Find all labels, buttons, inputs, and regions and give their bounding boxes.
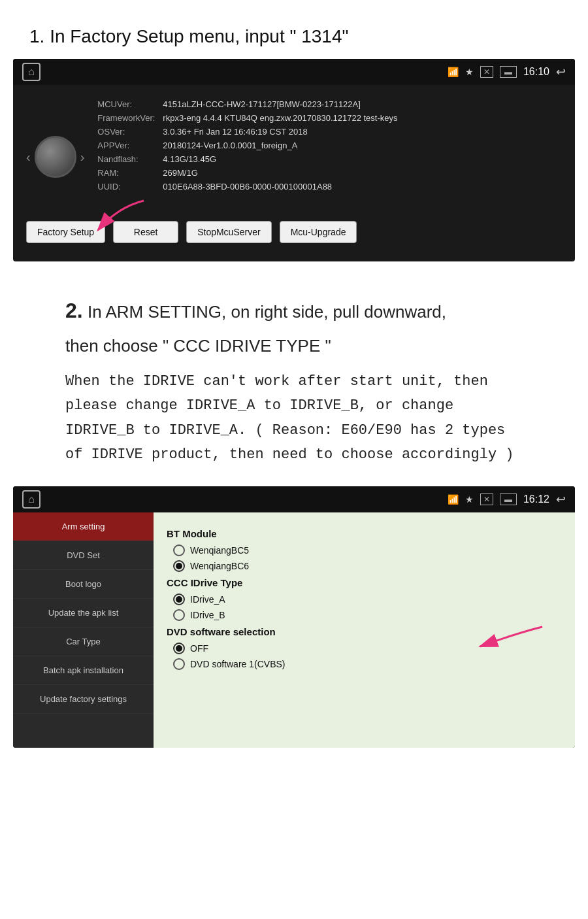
dvd-cvbs-label: DVD software 1(CVBS) xyxy=(190,659,285,669)
step2-line2: then choose " CCC IDRIVE TYPE " xyxy=(65,333,523,360)
bt-option-bc5[interactable]: WenqiangBC5 xyxy=(167,544,562,556)
sidebar: Arm setting DVD Set Boot logo Update the… xyxy=(13,512,154,748)
radio-idrive-a[interactable] xyxy=(173,593,185,605)
table-row: RAM: 269M/1G xyxy=(97,168,562,178)
sidebar-item-dvd-set[interactable]: DVD Set xyxy=(13,541,154,570)
back-icon-2[interactable]: ↩ xyxy=(556,492,566,507)
arrow-left-icon[interactable]: ‹ xyxy=(26,150,31,165)
label-uuid: UUID: xyxy=(97,182,163,192)
status-bar-left-1: ⌂ xyxy=(22,63,41,81)
label-osver: OSVer: xyxy=(97,127,163,137)
label-mcuver: MCUVer: xyxy=(97,99,163,109)
arrow-annotation-2 xyxy=(464,617,549,656)
arrow-right-icon[interactable]: › xyxy=(80,150,85,165)
idrive-b-label: IDrive_B xyxy=(190,610,225,620)
value-osver: 3.0.36+ Fri Jan 12 16:46:19 CST 2018 xyxy=(163,127,307,137)
home-icon-2[interactable]: ⌂ xyxy=(22,490,41,509)
home-icon[interactable]: ⌂ xyxy=(22,63,41,81)
knob[interactable] xyxy=(35,136,76,178)
status-bar-1: ⌂ 📶 ★ ✕ ▬ 16:10 ↩ xyxy=(13,59,575,85)
radio-bc6[interactable] xyxy=(173,560,185,572)
screen2-body: Arm setting DVD Set Boot logo Update the… xyxy=(13,512,575,748)
bt-module-title: BT Module xyxy=(167,528,562,539)
screen2: ⌂ 📶 ★ ✕ ▬ 16:12 ↩ Arm setting DVD Set Bo… xyxy=(13,486,575,748)
knob-area: ‹ › xyxy=(26,92,84,209)
step2-body: When the IDRIVE can't work after start u… xyxy=(65,369,523,467)
table-row: APPVer: 20180124-Ver1.0.0.0001_foreign_A xyxy=(97,141,562,150)
status-bar-right-1: 📶 ★ ✕ ▬ 16:10 ↩ xyxy=(448,65,566,79)
battery-icon-2: ▬ xyxy=(500,493,517,505)
bt-bc6-label: WenqiangBC6 xyxy=(190,561,249,571)
value-ram: 269M/1G xyxy=(163,168,197,178)
screen1: ⌂ 📶 ★ ✕ ▬ 16:10 ↩ ‹ › MCUVer: 4151aLZH-C… xyxy=(13,59,575,261)
value-mcuver: 4151aLZH-CCC-HW2-171127[BMW-0223-171122A… xyxy=(163,99,361,109)
dvd-off-label: OFF xyxy=(190,643,208,654)
x-icon-2: ✕ xyxy=(480,493,493,505)
wifi-icon-2: 📶 xyxy=(448,494,459,505)
step2-number: 2. xyxy=(65,299,83,322)
status-bar-left-2: ⌂ xyxy=(22,490,41,509)
step2-heading-text: In ARM SETTING, on right side, pull down… xyxy=(88,302,446,322)
radio-dvd-off[interactable] xyxy=(173,643,185,654)
table-row: FrameworkVer: rkpx3-eng 4.4.4 KTU84Q eng… xyxy=(97,113,562,123)
sidebar-item-batch-apk[interactable]: Batch apk installation xyxy=(13,656,154,685)
status-bar-2: ⌂ 📶 ★ ✕ ▬ 16:12 ↩ xyxy=(13,486,575,512)
step1-heading: 1. In Factory Setup menu, input " 1314" xyxy=(0,0,588,59)
table-row: OSVer: 3.0.36+ Fri Jan 12 16:46:19 CST 2… xyxy=(97,127,562,137)
sidebar-item-update-apk[interactable]: Update the apk list xyxy=(13,599,154,627)
x-icon: ✕ xyxy=(480,66,493,78)
sidebar-item-boot-logo[interactable]: Boot logo xyxy=(13,570,154,599)
radio-dvd-cvbs[interactable] xyxy=(173,658,185,670)
value-appver: 20180124-Ver1.0.0.0001_foreign_A xyxy=(163,141,297,150)
content-area: BT Module WenqiangBC5 WenqiangBC6 CCC ID… xyxy=(154,512,575,748)
bt-bc5-label: WenqiangBC5 xyxy=(190,545,249,556)
radio-idrive-b[interactable] xyxy=(173,609,185,621)
sidebar-item-car-type[interactable]: Car Type xyxy=(13,627,154,656)
label-appver: APPVer: xyxy=(97,141,163,150)
sidebar-item-arm-setting[interactable]: Arm setting xyxy=(13,512,154,541)
bluetooth-icon-2: ★ xyxy=(465,494,474,505)
label-frameworkver: FrameworkVer: xyxy=(97,113,163,123)
info-table: MCUVer: 4151aLZH-CCC-HW2-171127[BMW-0223… xyxy=(97,92,562,209)
value-frameworkver: rkpx3-eng 4.4.4 KTU84Q eng.zxw.20170830.… xyxy=(163,113,397,123)
time-display-2: 16:12 xyxy=(523,493,549,505)
sidebar-item-update-factory[interactable]: Update factory settings xyxy=(13,685,154,714)
step2-heading: 2. In ARM SETTING, on right side, pull d… xyxy=(65,294,523,327)
wifi-icon: 📶 xyxy=(448,67,459,77)
label-nandflash: Nandflash: xyxy=(97,154,163,164)
dvd-option-cvbs[interactable]: DVD software 1(CVBS) xyxy=(167,658,562,670)
step2-section: 2. In ARM SETTING, on right side, pull d… xyxy=(0,261,588,486)
arrow-annotation-1 xyxy=(78,194,157,237)
stop-mcu-button[interactable]: StopMcuServer xyxy=(186,221,271,243)
mcu-upgrade-button[interactable]: Mcu-Upgrade xyxy=(280,221,357,243)
table-row: Nandflash: 4.13G/13.45G xyxy=(97,154,562,164)
radio-bc5[interactable] xyxy=(173,544,185,556)
value-uuid: 010E6A88-3BFD-00B6-0000-000100001A88 xyxy=(163,182,332,192)
idrive-a-label: IDrive_A xyxy=(190,594,225,605)
bt-option-bc6[interactable]: WenqiangBC6 xyxy=(167,560,562,572)
back-icon-1[interactable]: ↩ xyxy=(556,65,566,79)
bluetooth-icon: ★ xyxy=(465,67,474,77)
battery-icon: ▬ xyxy=(500,66,517,78)
value-nandflash: 4.13G/13.45G xyxy=(163,154,216,164)
table-row: UUID: 010E6A88-3BFD-00B6-0000-000100001A… xyxy=(97,182,562,192)
time-display-1: 16:10 xyxy=(523,66,549,78)
label-ram: RAM: xyxy=(97,168,163,178)
table-row: MCUVer: 4151aLZH-CCC-HW2-171127[BMW-0223… xyxy=(97,99,562,109)
idrive-option-a[interactable]: IDrive_A xyxy=(167,593,562,605)
status-bar-right-2: 📶 ★ ✕ ▬ 16:12 ↩ xyxy=(448,492,566,507)
ccc-idrive-title: CCC IDrive Type xyxy=(167,577,562,588)
